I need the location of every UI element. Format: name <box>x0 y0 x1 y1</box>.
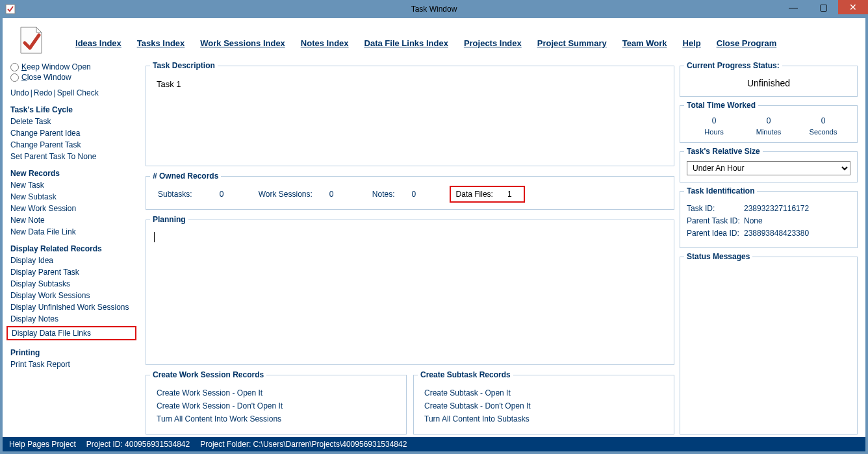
change-parent-idea-link[interactable]: Change Parent Idea <box>10 129 140 138</box>
notes-label: Notes: <box>367 190 400 199</box>
create-work-session-fieldset: Create Work Session Records Create Work … <box>146 370 407 435</box>
progress-value: Unfinished <box>687 75 850 90</box>
work-sessions-label: Work Sessions: <box>253 190 318 199</box>
print-task-report-link[interactable]: Print Task Report <box>10 360 140 369</box>
new-subtask-link[interactable]: New Subtask <box>10 192 140 201</box>
new-data-file-link-link[interactable]: New Data File Link <box>10 227 140 236</box>
create-sub-open-link[interactable]: Create Subtask - Open It <box>424 388 667 397</box>
main-panel: Task Description Task 1 # Owned Records … <box>146 61 674 435</box>
data-files-highlight: Data Files: 1 <box>450 186 525 203</box>
menu-notes-index[interactable]: Notes Index <box>301 38 349 57</box>
new-work-session-link[interactable]: New Work Session <box>10 204 140 213</box>
new-note-link[interactable]: New Note <box>10 216 140 225</box>
display-parent-task-link[interactable]: Display Parent Task <box>10 268 140 277</box>
create-ws-dont-open-link[interactable]: Create Work Session - Don't Open It <box>157 401 400 410</box>
sidebar: Keep Window Open Close Window Undo|Redo|… <box>10 61 140 435</box>
status-bar: Help Pages Project Project ID: 400956931… <box>3 437 865 451</box>
minimize-button[interactable]: — <box>778 0 808 14</box>
display-idea-link[interactable]: Display Idea <box>10 256 140 265</box>
delete-task-link[interactable]: Delete Task <box>10 117 140 126</box>
lifecycle-heading: Task's Life Cycle <box>10 105 140 114</box>
subtasks-label: Subtasks: <box>153 190 198 199</box>
planning-fieldset: Planning <box>146 215 674 365</box>
relative-size-fieldset: Task's Relative Size Under An Hour <box>680 147 858 183</box>
menu-ideas-index[interactable]: Ideas Index <box>75 38 121 57</box>
new-task-link[interactable]: New Task <box>10 181 140 190</box>
new-records-heading: New Records <box>10 169 140 178</box>
data-files-value: 1 <box>507 190 512 199</box>
create-ws-open-link[interactable]: Create Work Session - Open It <box>157 388 400 397</box>
body: Keep Window Open Close Window Undo|Redo|… <box>3 61 865 437</box>
hours-label: Hours <box>687 128 741 136</box>
display-data-file-links-highlight: Display Data File Links <box>6 326 136 340</box>
edit-toolbar: Undo|Redo|Spell Check <box>10 88 140 97</box>
window-title: Task Window <box>411 5 457 14</box>
menu-help[interactable]: Help <box>683 38 701 57</box>
menu-close-program[interactable]: Close Program <box>717 38 776 57</box>
data-files-label: Data Files: <box>456 190 493 199</box>
status-project-folder: Project Folder: C:\Users\Darren\Projects… <box>200 440 407 449</box>
relative-size-select[interactable]: Under An Hour <box>687 161 850 175</box>
title-bar: Task Window — ▢ ✕ <box>0 0 868 18</box>
seconds-value: 0 <box>796 116 850 125</box>
menu-projects-index[interactable]: Projects Index <box>464 38 522 57</box>
close-window-radio[interactable]: Close Window <box>10 73 140 82</box>
minutes-value: 0 <box>741 116 796 125</box>
display-notes-link[interactable]: Display Notes <box>10 314 140 323</box>
parent-idea-id-label: Parent Idea ID: <box>687 229 744 238</box>
task-ident-fieldset: Task Identification Task ID:238932327116… <box>680 186 858 248</box>
change-parent-task-link[interactable]: Change Parent Task <box>10 140 140 149</box>
time-worked-legend: Total Time Worked <box>684 101 758 110</box>
maximize-button[interactable]: ▢ <box>808 0 838 14</box>
owned-records-legend: # Owned Records <box>150 171 221 181</box>
seconds-label: Seconds <box>796 128 850 136</box>
create-sub-dont-open-link[interactable]: Create Subtask - Don't Open It <box>424 401 667 410</box>
turn-all-sub-link[interactable]: Turn All Content Into Subtasks <box>424 414 667 423</box>
parent-task-id-label: Parent Task ID: <box>687 216 744 225</box>
main-container: Ideas Index Tasks Index Work Sessions In… <box>3 18 865 437</box>
planning-text-cursor[interactable] <box>154 232 155 242</box>
menu-team-work[interactable]: Team Work <box>622 38 667 57</box>
parent-task-id-value: None <box>744 216 763 225</box>
task-id-value: 238932327116172 <box>744 204 809 213</box>
task-description-fieldset: Task Description Task 1 <box>146 61 674 166</box>
spell-check-link[interactable]: Spell Check <box>57 88 99 97</box>
create-subtask-fieldset: Create Subtask Records Create Subtask - … <box>413 370 674 435</box>
set-parent-none-link[interactable]: Set Parent Task To None <box>10 152 140 161</box>
status-help-pages[interactable]: Help Pages Project <box>9 440 76 449</box>
time-worked-fieldset: Total Time Worked 0Hours 0Minutes 0Secon… <box>680 101 858 143</box>
notes-value: 0 <box>412 190 434 199</box>
status-messages-fieldset: Status Messages <box>680 252 858 435</box>
minutes-label: Minutes <box>741 128 796 136</box>
status-project-id: Project ID: 400956931534842 <box>86 440 190 449</box>
close-button[interactable]: ✕ <box>838 0 868 14</box>
keep-window-open-radio[interactable]: Keep Window Open <box>10 62 140 71</box>
task-description-value[interactable]: Task 1 <box>153 74 667 94</box>
work-sessions-value: 0 <box>329 190 351 199</box>
owned-records-fieldset: # Owned Records Subtasks: 0 Work Session… <box>146 171 674 210</box>
relative-size-legend: Task's Relative Size <box>684 147 763 156</box>
undo-link[interactable]: Undo <box>10 88 29 97</box>
app-icon <box>5 4 16 14</box>
progress-fieldset: Current Progress Status: Unfinished <box>680 61 858 97</box>
task-description-legend: Task Description <box>150 61 218 70</box>
menu-tasks-index[interactable]: Tasks Index <box>137 38 185 57</box>
hours-value: 0 <box>687 116 741 125</box>
create-records-row: Create Work Session Records Create Work … <box>146 370 674 435</box>
create-sub-legend: Create Subtask Records <box>418 370 513 379</box>
display-related-heading: Display Related Records <box>10 244 140 253</box>
status-messages-legend: Status Messages <box>684 252 752 261</box>
redo-link[interactable]: Redo <box>34 88 53 97</box>
display-work-sessions-link[interactable]: Display Work Sessions <box>10 291 140 300</box>
menu-data-file-links-index[interactable]: Data File Links Index <box>364 38 448 57</box>
turn-all-ws-link[interactable]: Turn All Content Into Work Sessions <box>157 414 400 423</box>
menu-work-sessions-index[interactable]: Work Sessions Index <box>200 38 285 57</box>
display-data-file-links-link[interactable]: Display Data File Links <box>12 329 133 338</box>
menu-project-summary[interactable]: Project Summary <box>537 38 607 57</box>
task-id-label: Task ID: <box>687 204 744 213</box>
display-subtasks-link[interactable]: Display Subtasks <box>10 279 140 288</box>
create-ws-legend: Create Work Session Records <box>150 370 266 379</box>
display-unfinished-ws-link[interactable]: Display Unfinished Work Sessions <box>10 303 140 312</box>
subtasks-value: 0 <box>220 190 242 199</box>
window-controls: — ▢ ✕ <box>778 0 868 14</box>
